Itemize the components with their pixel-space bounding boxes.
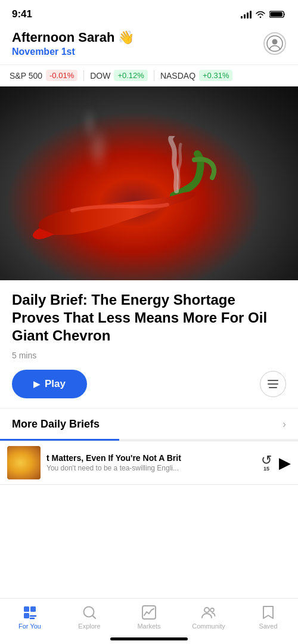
list-line-2 — [268, 383, 278, 385]
list-line-1 — [268, 380, 278, 381]
svg-rect-1 — [270, 12, 283, 16]
play-label: Play — [45, 378, 66, 390]
home-indicator — [110, 637, 188, 640]
play-button[interactable]: ▶ Play — [12, 370, 87, 398]
svg-rect-11 — [142, 606, 156, 619]
market-ticker: S&P 500 -0.01% DOW +0.12% NASDAQ +0.31% — [0, 64, 298, 86]
mini-player-subtitle: You don't need to be a tea-swilling Engl… — [46, 464, 255, 472]
ticker-dow-name: DOW — [90, 71, 110, 80]
ticker-divider-2 — [154, 70, 154, 81]
greeting-emoji: 👋 — [118, 30, 134, 45]
nav-item-community[interactable]: Community — [179, 599, 238, 632]
svg-rect-6 — [24, 613, 29, 618]
ticker-nasdaq-value: +0.31% — [199, 70, 232, 81]
mini-back-seconds: 15 — [263, 466, 269, 472]
greeting-date: November 1st — [12, 47, 134, 57]
community-icon — [201, 605, 216, 620]
ticker-nasdaq-name: NASDAQ — [160, 71, 195, 80]
list-line-3 — [269, 387, 277, 388]
for-you-icon — [22, 605, 38, 620]
playback-controls: ▶ Play — [0, 360, 298, 408]
list-lines-icon — [268, 380, 278, 388]
more-daily-briefs-section[interactable]: More Daily Briefs › — [0, 408, 298, 440]
nav-label-explore: Explore — [78, 623, 100, 630]
ticker-dow-value: +0.12% — [114, 70, 147, 81]
explore-icon — [82, 605, 97, 620]
mini-play-icon: ▶ — [279, 454, 291, 472]
play-triangle-icon: ▶ — [33, 379, 40, 389]
nav-label-saved: Saved — [259, 623, 277, 630]
nav-item-for-you[interactable]: For You — [0, 599, 60, 632]
list-button[interactable] — [260, 371, 286, 397]
status-bar: 9:41 — [0, 0, 298, 25]
greeting-name: Afternoon Sarah — [12, 30, 114, 45]
more-daily-briefs-label: More Daily Briefs — [12, 418, 100, 431]
chili-pepper-illustration — [24, 136, 251, 255]
header: Afternoon Sarah 👋 November 1st — [0, 25, 298, 64]
mini-player-thumbnail — [7, 446, 41, 479]
article-title: Daily Brief: The Energy Shortage Proves … — [12, 291, 286, 345]
mini-back-icon: ↺ — [261, 454, 272, 467]
mini-player: t Matters, Even If You're Not A Brit You… — [0, 441, 298, 485]
hero-image — [0, 86, 298, 280]
mini-player-controls: ↺ 15 ▶ — [261, 454, 291, 472]
profile-button[interactable] — [263, 32, 286, 55]
ticker-divider-1 — [83, 70, 84, 81]
saved-icon — [260, 605, 276, 620]
wifi-icon — [255, 10, 266, 18]
article-section: Daily Brief: The Energy Shortage Proves … — [0, 280, 298, 360]
status-icons — [241, 10, 286, 18]
ticker-sp500[interactable]: S&P 500 -0.01% — [10, 70, 77, 81]
svg-rect-4 — [24, 606, 29, 612]
nav-item-markets[interactable]: Markets — [119, 599, 179, 632]
nav-item-saved[interactable]: Saved — [238, 599, 298, 632]
greeting-block: Afternoon Sarah 👋 November 1st — [12, 30, 134, 57]
markets-icon — [141, 605, 157, 620]
svg-point-12 — [204, 608, 209, 612]
svg-line-10 — [93, 616, 96, 619]
nav-label-community: Community — [192, 623, 225, 630]
article-read-time: 5 mins — [12, 351, 286, 360]
signal-bars-icon — [241, 10, 252, 18]
nav-label-for-you: For You — [18, 623, 41, 630]
mini-thumb-image — [7, 446, 41, 479]
mini-back-button[interactable]: ↺ 15 — [261, 454, 272, 472]
battery-icon — [269, 10, 286, 18]
svg-point-13 — [210, 608, 214, 612]
mini-player-info: t Matters, Even If You're Not A Brit You… — [46, 453, 255, 472]
ticker-sp500-name: S&P 500 — [10, 71, 42, 80]
nav-label-markets: Markets — [137, 623, 160, 630]
nav-item-explore[interactable]: Explore — [60, 599, 119, 632]
svg-rect-5 — [30, 606, 36, 612]
svg-point-3 — [272, 39, 278, 45]
ticker-nasdaq[interactable]: NASDAQ +0.31% — [160, 70, 233, 81]
chevron-right-icon: › — [283, 418, 286, 431]
ticker-sp500-value: -0.01% — [46, 70, 77, 81]
hero-image-bg — [0, 86, 298, 280]
ticker-dow[interactable]: DOW +0.12% — [90, 70, 148, 81]
status-time: 9:41 — [12, 8, 32, 20]
mini-player-title: t Matters, Even If You're Not A Brit — [46, 453, 255, 463]
mini-play-button[interactable]: ▶ — [279, 454, 291, 472]
